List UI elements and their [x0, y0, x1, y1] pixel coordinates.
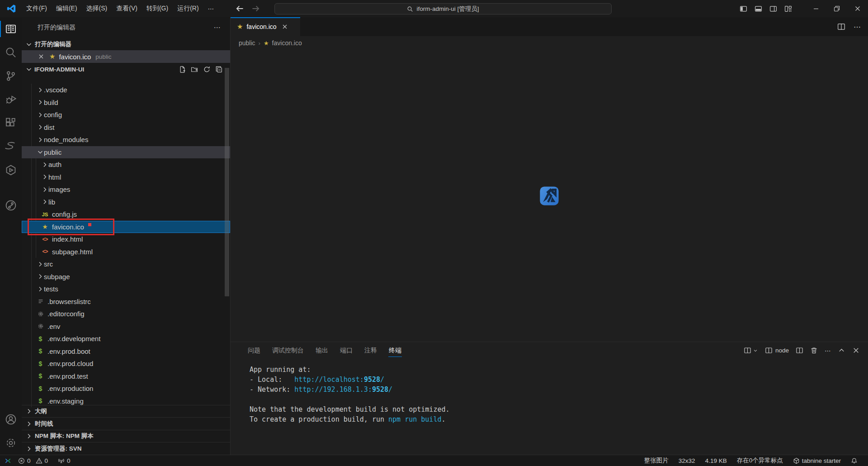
- panel-tab-输出[interactable]: 输出: [310, 342, 334, 359]
- run-debug-icon[interactable]: [0, 88, 22, 111]
- tree-item-build[interactable]: build: [22, 96, 230, 109]
- panel-tab-问题[interactable]: 问题: [242, 342, 266, 359]
- menu-item-3[interactable]: 查看(V): [112, 2, 142, 15]
- tree-item-.browserslistrc[interactable]: .browserslistrc: [22, 295, 230, 308]
- account-icon[interactable]: [0, 408, 22, 431]
- tree-item-html[interactable]: html: [22, 171, 230, 184]
- panel-tab-调试控制台[interactable]: 调试控制台: [266, 342, 310, 359]
- toggle-sidebar-button[interactable]: [736, 0, 751, 17]
- tree-item-config[interactable]: config: [22, 109, 230, 121]
- pane-more-actions-button[interactable]: ⋯: [214, 24, 222, 32]
- source-control-icon[interactable]: [0, 64, 22, 88]
- sidebar-section-1[interactable]: 时间线: [22, 417, 230, 430]
- status-item-3[interactable]: 存在0个异常标点: [732, 455, 788, 466]
- project-root-header[interactable]: IFORM-ADMIN-UI: [22, 63, 230, 76]
- panel-tab-端口[interactable]: 端口: [334, 342, 359, 359]
- hexagon-play-icon[interactable]: [0, 158, 22, 182]
- terminal-link[interactable]: /: [388, 385, 392, 394]
- minimize-button[interactable]: [806, 0, 826, 17]
- tree-item-config.js[interactable]: JS config.js: [22, 208, 230, 221]
- tree-item-tests[interactable]: tests: [22, 283, 230, 295]
- tree-item-images[interactable]: images: [22, 183, 230, 196]
- terminal-link[interactable]: /: [380, 376, 384, 384]
- terminal-link-port[interactable]: 9528: [372, 385, 388, 394]
- tree-item-subpage[interactable]: subpage: [22, 271, 230, 283]
- menu-item-5[interactable]: 运行(R): [173, 2, 203, 15]
- tree-item-.env.development[interactable]: $ .env.development: [22, 333, 230, 345]
- tree-item-auth[interactable]: auth: [22, 158, 230, 171]
- terminal-link[interactable]: npm run build: [388, 415, 441, 423]
- new-file-button[interactable]: [179, 66, 186, 73]
- terminal-output[interactable]: App running at:- Local: http://localhost…: [231, 359, 868, 424]
- open-editors-section-header[interactable]: 打开的编辑器: [22, 38, 230, 50]
- command-center-search[interactable]: iform-admin-ui [管理员]: [274, 3, 612, 14]
- close-panel-icon[interactable]: [852, 347, 860, 354]
- tree-item-.vscode[interactable]: .vscode: [22, 84, 230, 96]
- nav-forward-icon[interactable]: [251, 4, 261, 14]
- tree-item-index.html[interactable]: <> index.html: [22, 233, 230, 246]
- sidebar-scrollbar[interactable]: [225, 68, 229, 296]
- menu-item-0[interactable]: 文件(F): [22, 2, 52, 15]
- customize-layout-button[interactable]: [781, 0, 796, 17]
- panel-tab-注释[interactable]: 注释: [359, 342, 383, 359]
- split-editor-button[interactable]: [837, 23, 845, 31]
- status-item-2[interactable]: 4.19 KB: [700, 455, 732, 466]
- tree-item-.env.prod.test[interactable]: $ .env.prod.test: [22, 370, 230, 383]
- menu-item-4[interactable]: 转到(G): [142, 2, 173, 15]
- sidebar-section-0[interactable]: 大纲: [22, 405, 230, 418]
- svn-circle-icon[interactable]: [0, 194, 22, 217]
- tree-item-lib[interactable]: lib: [22, 196, 230, 209]
- tree-item-subpage.html[interactable]: <> subpage.html: [22, 246, 230, 258]
- refresh-button[interactable]: [203, 66, 211, 73]
- toggle-secondary-sidebar-button[interactable]: [766, 0, 781, 17]
- status-item-1[interactable]: 32x32: [674, 455, 700, 466]
- tree-item-src[interactable]: src: [22, 258, 230, 271]
- kill-terminal-icon[interactable]: [810, 347, 818, 354]
- settings-gear-icon[interactable]: [0, 431, 22, 455]
- tree-item-.env.production[interactable]: $ .env.production: [22, 382, 230, 395]
- close-editor-icon[interactable]: [38, 53, 45, 60]
- search-icon[interactable]: [0, 41, 22, 64]
- nav-back-icon[interactable]: [235, 4, 245, 14]
- terminal-link[interactable]: http://192.168.1.3:: [294, 385, 372, 394]
- tree-item-public[interactable]: public: [22, 146, 230, 159]
- tree-item-dist[interactable]: dist: [22, 121, 230, 134]
- tree-item-node_modules[interactable]: node_modules: [22, 133, 230, 146]
- toggle-panel-button[interactable]: [751, 0, 766, 17]
- tree-item-favicon.ico[interactable]: ★ favicon.ico: [22, 221, 230, 233]
- sidebar-section-2[interactable]: NPM 脚本: NPM 脚本: [22, 430, 230, 442]
- status-item-0[interactable]: 整张图片: [639, 455, 674, 466]
- problems-status[interactable]: 0 0: [15, 455, 51, 466]
- breadcrumb-file[interactable]: favicon.ico: [272, 39, 302, 47]
- breadcrumb-folder[interactable]: public: [239, 39, 255, 47]
- remote-indicator[interactable]: [0, 455, 15, 466]
- panel-more-actions-button[interactable]: ⋯: [825, 347, 831, 354]
- tree-item-.env.prod.cloud[interactable]: $ .env.prod.cloud: [22, 357, 230, 370]
- tabnine-status-item[interactable]: tabnine starter: [788, 455, 846, 466]
- launch-profile-button[interactable]: [744, 347, 758, 354]
- open-editor-item[interactable]: ★ favicon.ico public: [22, 50, 230, 63]
- ports-status[interactable]: 0: [55, 455, 73, 466]
- editor-more-actions-button[interactable]: ⋯: [854, 23, 861, 31]
- panel-tab-终端[interactable]: 终端: [383, 342, 407, 359]
- close-window-button[interactable]: [847, 0, 868, 17]
- restore-button[interactable]: [826, 0, 847, 17]
- close-tab-icon[interactable]: [281, 23, 288, 30]
- terminal-link-port[interactable]: 9528: [364, 376, 380, 384]
- split-terminal-button[interactable]: [796, 347, 803, 354]
- menu-item-2[interactable]: 选择(S): [82, 2, 112, 15]
- sidebar-section-3[interactable]: 资源管理器: SVN: [22, 442, 230, 455]
- s-extension-icon[interactable]: [0, 135, 22, 158]
- bell-status-item[interactable]: [846, 455, 863, 466]
- terminal-instance-node[interactable]: node: [765, 347, 789, 354]
- terminal-link[interactable]: http://localhost:: [294, 376, 364, 384]
- tree-item-.editorconfig[interactable]: .editorconfig: [22, 308, 230, 320]
- collapse-all-button[interactable]: [215, 66, 223, 73]
- extensions-icon[interactable]: [0, 111, 22, 135]
- tab-favicon[interactable]: ★ favicon.ico: [231, 17, 300, 36]
- menu-item-1[interactable]: 编辑(E): [52, 2, 82, 15]
- menu-more-button[interactable]: ⋯: [203, 3, 219, 14]
- new-folder-button[interactable]: [191, 66, 198, 73]
- explorer-book-icon[interactable]: [0, 17, 22, 41]
- maximize-panel-icon[interactable]: [838, 347, 845, 354]
